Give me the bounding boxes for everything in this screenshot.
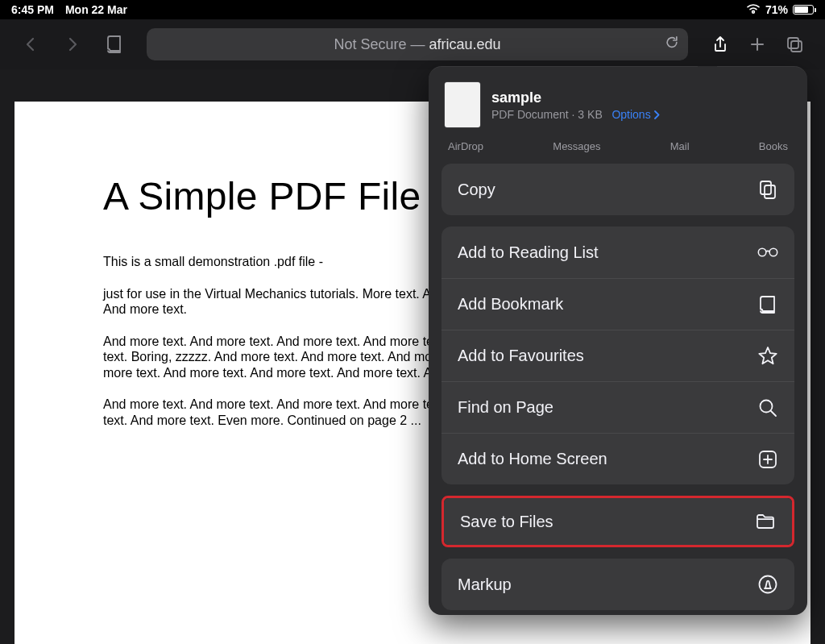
action-favourites[interactable]: Add to Favourites: [442, 330, 794, 381]
search-icon: [757, 397, 778, 418]
status-time: 6:45 PM: [11, 3, 54, 16]
action-markup[interactable]: Markup: [442, 559, 794, 610]
url-bar[interactable]: Not Secure — africau.edu: [147, 28, 688, 60]
tabs-button[interactable]: [777, 27, 812, 62]
star-icon: [757, 346, 778, 367]
app-messages[interactable]: Messages: [553, 140, 600, 152]
book-icon: [757, 294, 778, 315]
svg-rect-1: [791, 41, 802, 52]
share-sheet: sample PDF Document · 3 KB Options AirDr…: [429, 66, 807, 615]
svg-point-5: [769, 248, 777, 256]
app-books[interactable]: Books: [759, 140, 788, 152]
status-bar: 6:45 PM Mon 22 Mar 71%: [0, 0, 825, 19]
action-find-on-page[interactable]: Find on Page: [442, 381, 794, 433]
forward-button[interactable]: [55, 27, 90, 62]
share-button[interactable]: [703, 27, 738, 62]
svg-rect-0: [788, 38, 798, 48]
document-thumbnail: [445, 82, 480, 127]
action-copy[interactable]: Copy: [442, 164, 794, 215]
status-date: Mon 22 Mar: [65, 3, 127, 16]
share-options-button[interactable]: Options: [611, 108, 659, 121]
copy-icon: [757, 179, 778, 200]
share-header: sample PDF Document · 3 KB Options: [429, 66, 807, 140]
folder-icon: [755, 511, 776, 532]
battery-icon: [793, 5, 814, 15]
svg-rect-3: [765, 185, 775, 198]
svg-rect-2: [761, 181, 771, 194]
svg-point-4: [758, 248, 766, 256]
action-reading-list[interactable]: Add to Reading List: [442, 226, 794, 278]
action-save-to-files[interactable]: Save to Files: [444, 498, 792, 545]
url-security: Not Secure —: [334, 36, 429, 52]
wifi-icon: [746, 3, 761, 17]
action-home-screen[interactable]: Add to Home Screen: [442, 433, 794, 484]
share-app-row: AirDrop Messages Mail Books: [429, 140, 807, 164]
svg-point-8: [760, 576, 777, 593]
svg-point-6: [761, 400, 773, 412]
new-tab-button[interactable]: [740, 27, 775, 62]
plus-square-icon: [757, 449, 778, 470]
share-doc-subtitle: PDF Document · 3 KB: [491, 108, 603, 121]
glasses-icon: [757, 242, 778, 263]
back-button[interactable]: [13, 27, 48, 62]
bookmarks-button[interactable]: [97, 27, 132, 62]
browser-toolbar: Not Secure — africau.edu: [0, 19, 825, 69]
battery-percent: 71%: [765, 3, 788, 16]
app-airdrop[interactable]: AirDrop: [448, 140, 483, 152]
reload-button[interactable]: [664, 35, 680, 55]
share-doc-title: sample: [491, 89, 660, 106]
action-bookmark[interactable]: Add Bookmark: [442, 278, 794, 330]
url-host: africau.edu: [429, 36, 500, 52]
viewport: A Simple PDF File This is a small demons…: [0, 69, 825, 644]
popover-arrow: [698, 66, 717, 68]
app-mail[interactable]: Mail: [670, 140, 690, 152]
markup-icon: [757, 574, 778, 595]
